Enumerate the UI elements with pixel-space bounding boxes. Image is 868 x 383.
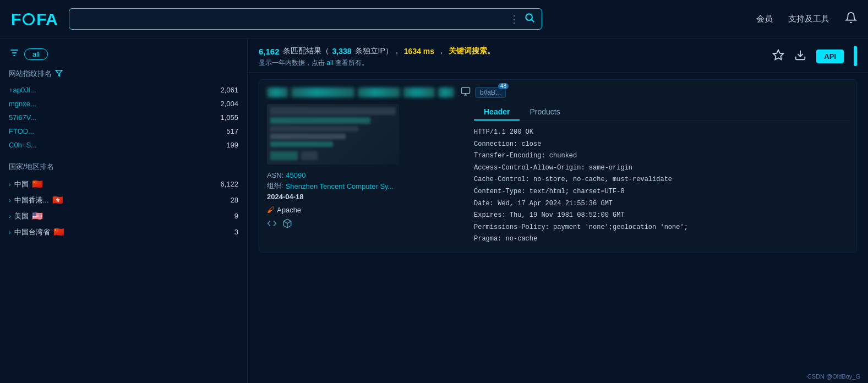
svg-marker-5 [56,70,62,76]
country-item[interactable]: › 美国 🇺🇸 9 [9,208,238,224]
bell-icon[interactable] [845,12,857,26]
country-name: 美国 [14,211,29,221]
result-stats: 6,162 条匹配结果（ 3,338 条独立IP）， 1634 ms ， 关键词… [259,46,495,68]
org-label: 组织: [267,181,283,191]
country-name: 中国 [14,179,29,189]
svg-rect-8 [462,87,470,94]
card-icons [267,218,465,231]
chevron-icon: › [9,229,11,236]
country-item[interactable]: › 中国香港... 🇭🇰 28 [9,192,238,208]
fingerprint-item: FTOD... 517 [9,124,238,138]
country-ranking: 国家/地区排名 › 中国 🇨🇳 6,122 › 中国香港... 🇭🇰 28 › … [9,162,238,240]
asn-row: ASN: 45090 [267,171,465,179]
fingerprint-item: 57i67V... 1,055 [9,111,238,124]
url-bar [267,87,454,97]
result-ip-unit: 条独立IP）， [355,46,401,56]
url-blur-2 [291,87,354,97]
card-top: b//aB... 48 [267,86,849,99]
country-count: 9 [234,212,238,220]
result-stats-line1: 6,162 条匹配结果（ 3,338 条独立IP）， 1634 ms ， 关键词… [259,46,495,56]
country-items: › 中国 🇨🇳 6,122 › 中国香港... 🇭🇰 28 › 美国 🇺🇸 9 … [9,176,238,240]
sidebar-top: all [9,47,238,61]
fingerprint-name[interactable]: +ap0Jl... [9,86,36,94]
card-right: Header Products HTTP/1.1 200 OKConnectio… [474,104,849,245]
country-flag: 🇨🇳 [53,227,64,237]
nav-right: 会员 支持及工具 [756,12,857,26]
result-count: 6,162 [259,47,280,56]
header-line: Permissions-Policy: payment 'none';geolo… [474,222,849,234]
chevron-icon: › [9,213,11,220]
fingerprint-section-title: 网站指纹排名 [9,69,238,79]
country-flag: 🇺🇸 [32,211,43,221]
org-value[interactable]: Shenzhen Tencent Computer Sy... [286,182,394,190]
header-line: Transfer-Encoding: chunked [474,150,849,162]
navbar: F FA icon_hash="2030860561" ⋮ 会员 支持及工具 [0,0,868,39]
country-item[interactable]: › 中国 🇨🇳 6,122 [9,176,238,192]
card-preview [267,104,399,165]
server-tag: 🖌 Apache [267,205,301,214]
cube-icon-btn[interactable] [282,218,292,231]
desktop-icon[interactable] [461,86,471,99]
fingerprint-name[interactable]: C0h+S... [9,141,37,149]
all-badge[interactable]: all [24,48,48,60]
header-line: Pragma: no-cache [474,233,849,245]
header-line: HTTP/1.1 200 OK [474,127,849,139]
all-link[interactable]: all [326,59,333,67]
star-icon[interactable] [772,49,784,64]
fingerprint-filter-icon[interactable] [55,69,63,79]
filter-icon[interactable] [9,47,20,61]
logo-f: F [11,10,21,29]
fingerprint-name[interactable]: mgnxe... [9,100,36,108]
results-area: b//aB... 48 [248,73,868,383]
chevron-icon: › [9,181,11,188]
search-input[interactable]: icon_hash="2030860561" [76,14,505,24]
result-time: 1634 ms [404,47,434,56]
tag-badge[interactable]: b//aB... 48 [475,87,506,98]
country-count: 6,122 [220,180,238,188]
tabs: Header Products [474,104,849,121]
content-area: 6,162 条匹配结果（ 3,338 条独立IP）， 1634 ms ， 关键词… [248,39,868,383]
fingerprint-count: 517 [226,127,238,135]
card-body: ASN: 45090 组织: Shenzhen Tencent Computer… [267,104,849,245]
logo-circle [23,13,35,25]
fingerprint-name[interactable]: 57i67V... [9,113,36,122]
nav-support[interactable]: 支持及工具 [788,14,829,24]
nav-member[interactable]: 会员 [756,14,773,24]
fingerprint-count: 2,061 [220,86,238,94]
sidebar: all 网站指纹排名 +ap0Jl... 2,061 mgnxe... 2,00… [0,39,248,383]
date-value: 2024-04-18 [267,193,304,201]
result-actions: API [772,46,857,66]
fingerprint-count: 1,055 [220,113,238,122]
fingerprint-ranking: 网站指纹排名 +ap0Jl... 2,061 mgnxe... 2,004 57… [9,69,238,152]
logo-fa: FA [36,10,57,29]
dots-icon[interactable]: ⋮ [509,13,520,25]
download-icon[interactable] [794,49,806,64]
country-item[interactable]: › 中国台湾省 🇨🇳 3 [9,224,238,240]
keyword-search-link[interactable]: 关键词搜索。 [449,46,495,56]
result-time-sep: ， [438,46,445,56]
tab-header[interactable]: Header [474,104,520,121]
card-meta: ASN: 45090 组织: Shenzhen Tencent Computer… [267,169,465,201]
logo[interactable]: F FA [11,10,58,29]
svg-marker-6 [773,50,783,59]
org-row: 组织: Shenzhen Tencent Computer Sy... [267,181,465,191]
country-count: 28 [231,196,238,204]
result-unit: 条匹配结果（ [283,46,329,56]
header-line: Content-Type: text/html; charset=UTF-8 [474,186,849,198]
search-button[interactable] [524,12,535,26]
header-line: Connection: close [474,139,849,151]
code-icon-btn[interactable] [267,218,277,231]
api-button[interactable]: API [816,50,844,63]
country-section-title: 国家/地区排名 [9,162,238,172]
fingerprint-items: +ap0Jl... 2,061 mgnxe... 2,004 57i67V...… [9,83,238,152]
header-line: Expires: Thu, 19 Nov 1981 08:52:00 GMT [474,210,849,222]
fingerprint-item: C0h+S... 199 [9,138,238,152]
result-ip: 3,338 [332,47,352,56]
accent-bar [854,46,857,66]
url-blur-3 [358,87,400,97]
asn-value[interactable]: 45090 [286,171,305,179]
fingerprint-count: 2,004 [220,100,238,108]
tab-products[interactable]: Products [520,104,570,121]
server-value: Apache [277,206,301,214]
fingerprint-name[interactable]: FTOD... [9,127,34,135]
